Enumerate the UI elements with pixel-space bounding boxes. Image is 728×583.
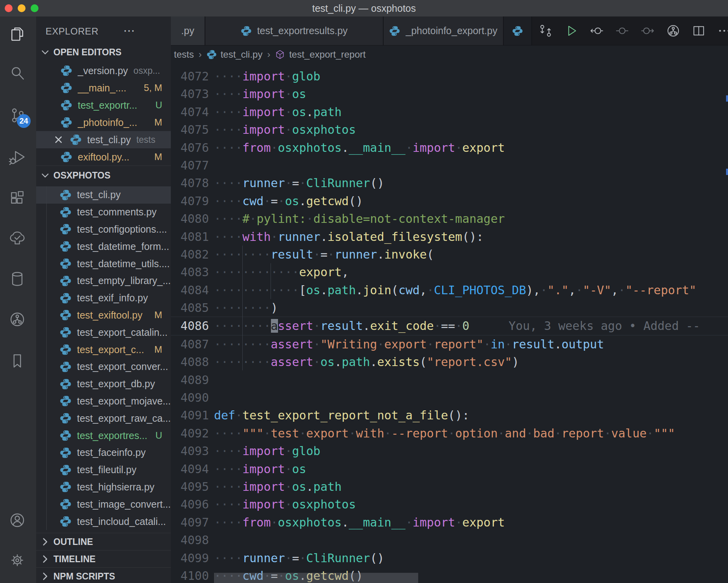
code-line[interactable]: 4097····from·osxphotos.__main__·import·e… [171,514,728,531]
section-outline[interactable]: OUTLINE [36,533,171,550]
activity-database-icon[interactable] [9,270,27,289]
open-editors-header[interactable]: OPEN EDITORS [36,44,171,61]
split-editor-icon[interactable] [691,24,706,38]
code-line[interactable]: 4089 [171,371,728,389]
file-item[interactable]: test_export_catalin... [36,324,171,341]
activity-settings-gear-icon[interactable] [9,552,27,570]
activity-test-tree-icon[interactable] [9,230,27,248]
file-item[interactable]: test_export_db.py [36,375,171,393]
code-editor[interactable]: 4072····import·glob4073····import·os4074… [171,67,728,583]
code-line[interactable]: 4085········) [171,299,728,317]
activity-search-icon[interactable] [9,65,27,84]
code-line[interactable]: 4090 [171,389,728,406]
line-number[interactable]: 4082 [171,246,209,263]
line-number[interactable]: 4079 [171,192,209,210]
code-line[interactable]: 4091def·test_export_report_not_a_file(): [171,406,728,424]
code-line[interactable]: 4086········assert·result.exit_code·==·0… [171,317,728,335]
line-number[interactable]: 4093 [171,442,209,460]
record-circle-icon[interactable] [615,24,629,38]
close-window-button[interactable] [5,4,13,12]
line-number[interactable]: 4072 [171,67,209,85]
compare-changes-icon[interactable] [538,24,553,38]
line-number[interactable]: 4078 [171,174,209,192]
code-line[interactable]: 4092····"""·test·export·with·--report·op… [171,424,728,442]
git-graph-icon[interactable] [666,24,680,38]
line-number[interactable]: 4073 [171,85,209,103]
line-number[interactable]: 4083 [171,263,209,281]
line-number[interactable]: 4100 [171,567,209,583]
activity-files-icon[interactable] [9,26,27,44]
file-item[interactable]: test_exportres...U [36,427,171,444]
code-line[interactable]: 4077 [171,157,728,174]
code-line[interactable]: 4098 [171,531,728,549]
activity-bookmark-icon[interactable] [9,352,27,371]
project-section-header[interactable]: OSXPHOTOS [36,166,171,185]
file-item[interactable]: test_exif_info.py [36,290,171,307]
zoom-window-button[interactable] [31,4,38,12]
activity-run-debug-icon[interactable] [9,148,27,167]
file-item[interactable]: test_empty_library_... [36,272,171,290]
section-timeline[interactable]: TIMELINE [36,550,171,568]
file-item[interactable]: test_image_convert... [36,496,171,513]
line-number[interactable]: 4086 [171,317,209,335]
line-number[interactable]: 4075 [171,121,209,138]
code-line[interactable]: 4080····#·pylint:·disable=not-context-ma… [171,210,728,228]
close-icon[interactable] [53,135,64,145]
line-number[interactable]: 4097 [171,514,209,531]
code-line[interactable]: 4095····import·os.path [171,478,728,496]
breadcrumb-item[interactable]: test_export_report [275,49,366,60]
code-line[interactable]: 4079····cwd·=·os.getcwd() [171,192,728,210]
file-item[interactable]: test_cli.py [36,186,171,204]
file-item[interactable]: test_datetime_utils.... [36,255,171,272]
code-line[interactable]: 4082········result·=·runner.invoke( [171,246,728,263]
section-npm-scripts[interactable]: NPM SCRIPTS [36,567,171,583]
horizontal-scrollbar[interactable] [214,573,418,583]
breadcrumb-item[interactable]: test_cli.py [207,49,263,60]
open-editor-item[interactable]: test_cli.pytests [36,131,171,148]
file-item[interactable]: test_export_raw_ca... [36,410,171,427]
code-line[interactable]: 4088········assert·os.path.exists("repor… [171,353,728,371]
code-line[interactable]: 4093····import·glob [171,442,728,460]
line-number[interactable]: 4074 [171,103,209,121]
line-number[interactable]: 4088 [171,353,209,371]
open-editor-item[interactable]: _version.pyosxp... [36,62,171,79]
open-editor-item[interactable]: test_exportr...U [36,97,171,114]
open-editor-item[interactable]: exiftool.py...M [36,148,171,166]
line-number[interactable]: 4094 [171,460,209,478]
code-line[interactable]: 4075····import·osxphotos [171,121,728,138]
file-item[interactable]: test_incloud_catali... [36,513,171,530]
open-editor-item[interactable]: __main_....5, M [36,79,171,97]
file-item[interactable]: test_highsierra.py [36,479,171,496]
code-line[interactable]: 4078····runner·=·CliRunner() [171,174,728,192]
code-line[interactable]: 4087········assert·"Writing·export·repor… [171,335,728,353]
tab-test_exportresults.py[interactable]: test_exportresults.py [205,16,384,45]
run-icon[interactable] [564,24,578,38]
file-item[interactable]: test_datetime_form... [36,238,171,255]
file-item[interactable]: test_fileutil.py [36,461,171,479]
code-line[interactable]: 4081····with·runner.isolated_filesystem(… [171,228,728,246]
more-actions-icon[interactable] [717,24,728,38]
file-item[interactable]: test_faceinfo.py [36,444,171,461]
breadcrumb-item[interactable]: tests [174,49,194,60]
code-line[interactable]: 4096····import·osxphotos [171,496,728,513]
line-number[interactable]: 4077 [171,157,209,174]
activity-account-icon[interactable] [9,512,27,530]
line-number[interactable]: 4098 [171,531,209,549]
line-number[interactable]: 4084 [171,281,209,299]
line-number[interactable]: 4099 [171,549,209,567]
line-number[interactable]: 4095 [171,478,209,496]
minimize-window-button[interactable] [18,4,26,12]
code-line[interactable]: 4084············[os.path.join(cwd,·CLI_P… [171,281,728,299]
line-number[interactable]: 4091 [171,406,209,424]
code-line[interactable]: 4094····import·os [171,460,728,478]
file-item[interactable]: test_export_conver... [36,358,171,375]
activity-source-control-icon[interactable]: 24 [9,107,27,126]
activity-extensions-icon[interactable] [9,189,27,208]
file-item[interactable]: test_export_c...M [36,341,171,358]
line-number[interactable]: 4087 [171,335,209,353]
line-number[interactable]: 4089 [171,371,209,389]
tab-.py[interactable]: .py [171,16,205,45]
line-number[interactable]: 4092 [171,424,209,442]
code-line[interactable]: 4073····import·os [171,85,728,103]
code-line[interactable]: 4076····from·osxphotos.__main__·import·e… [171,139,728,157]
